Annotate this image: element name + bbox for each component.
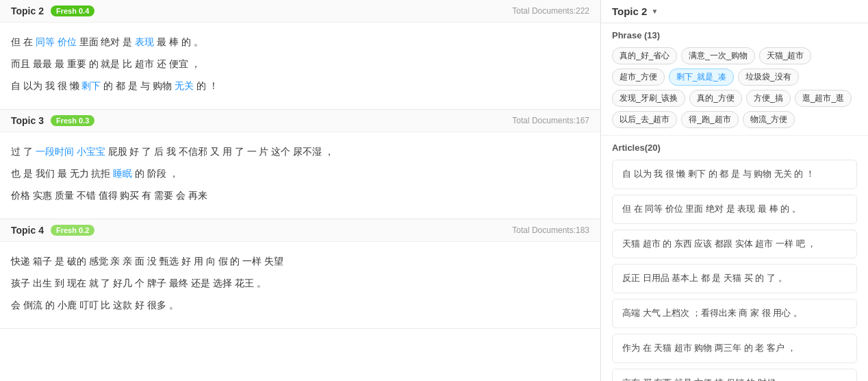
topic-3-highlight-2: 小宝宝: [77, 146, 105, 157]
topic-3-badge: Fresh 0.3: [51, 115, 94, 126]
article-card-3[interactable]: 反正 日用品 基本上 都 是 天猫 买 的 了 。: [612, 264, 857, 293]
article-text-4: 高端 大气 上档次 ；看得出来 商 家 很 用心 。: [622, 308, 802, 318]
article-card-0[interactable]: 自 以为 我 很 懒 剩下 的 都 是 与 购物 无关 的 ！: [612, 160, 857, 189]
phrase-tag-8[interactable]: 方便_搞: [746, 90, 791, 107]
phrase-tag-11[interactable]: 得_跑_超市: [681, 111, 738, 128]
topic-2-docs: Total Documents:222: [512, 6, 589, 16]
topic-2-line-3: 自 以为 我 很 懒 剩下 的 都 是 与 购物 无关 的 ！: [11, 76, 589, 95]
right-panel-header: Topic 2 ▼: [601, 0, 868, 23]
topic-2-title: Topic 2: [11, 5, 44, 16]
article-card-2[interactable]: 天猫 超市 的 东西 应该 都跟 实体 超市 一样 吧 ，: [612, 230, 857, 259]
topic-2-line-2: 而且 最最 最 重要 的 就是 比 超市 还 便宜 ，: [11, 54, 589, 73]
phrase-tag-1[interactable]: 满意_一次_购物: [681, 47, 754, 64]
left-panel: Topic 2 Fresh 0.4 Total Documents:222 但 …: [0, 0, 601, 381]
topic-card-3: Topic 3 Fresh 0.3 Total Documents:167 过 …: [0, 110, 600, 219]
topic-4-line-2: 孩子 出生 到 现在 就 了 好几 个 牌子 最终 还是 选择 花王 。: [11, 273, 589, 293]
topic-3-body: 过 了 一段时间 小宝宝 屁股 好 了 后 我 不信邪 又 用 了 一 片 这个…: [0, 132, 600, 219]
phrase-tag-7[interactable]: 真的_方便: [689, 90, 742, 107]
phrase-tag-12[interactable]: 物流_方便: [743, 111, 795, 128]
topic-4-header-left: Topic 4 Fresh 0.2: [11, 225, 94, 236]
phrase-tags-container: 真的_好_省心 满意_一次_购物 天猫_超市 超市_方便 剩下_就是_凑 垃圾袋…: [612, 47, 857, 128]
topic-card-4: Topic 4 Fresh 0.2 Total Documents:183 快递…: [0, 219, 600, 329]
topic-3-header-left: Topic 3 Fresh 0.3: [11, 115, 94, 126]
topic-4-header: Topic 4 Fresh 0.2 Total Documents:183: [0, 219, 600, 242]
topic-2-highlight-1: 同等 价位: [36, 36, 77, 47]
chevron-down-icon: ▼: [651, 8, 658, 15]
topic-card-2: Topic 2 Fresh 0.4 Total Documents:222 但 …: [0, 0, 600, 110]
topic-4-docs: Total Documents:183: [512, 225, 589, 235]
topic-2-header-left: Topic 2 Fresh 0.4: [11, 5, 94, 16]
phrase-tag-5[interactable]: 垃圾袋_没有: [738, 69, 799, 86]
articles-section: Articles(20) 自 以为 我 很 懒 剩下 的 都 是 与 购物 无关…: [601, 136, 868, 381]
article-text-5: 作为 在 天猫 超市 购物 两三年 的 老 客户 ，: [622, 343, 796, 353]
topic-selector-label: Topic 2: [612, 5, 647, 17]
phrase-tag-3[interactable]: 超市_方便: [612, 69, 665, 86]
phrase-tag-2[interactable]: 天猫_超市: [759, 47, 812, 64]
phrase-tag-0[interactable]: 真的_好_省心: [612, 47, 677, 64]
phrase-section: Phrase (13) 真的_好_省心 满意_一次_购物 天猫_超市 超市_方便…: [601, 23, 868, 136]
topic-2-header: Topic 2 Fresh 0.4 Total Documents:222: [0, 0, 600, 23]
topic-3-highlight-1: 一段时间: [36, 146, 74, 157]
article-card-1[interactable]: 但 在 同等 价位 里面 绝对 是 表现 最 棒 的 。: [612, 195, 857, 224]
article-text-0: 自 以为 我 很 懒 剩下 的 都 是 与 购物 无关 的 ！: [622, 169, 815, 179]
topic-2-body: 但 在 同等 价位 里面 绝对 是 表现 最 棒 的 。 而且 最最 最 重要 …: [0, 23, 600, 109]
phrase-section-title: Phrase (13): [612, 30, 857, 40]
topic-4-line-1: 快递 箱子 是 破的 感觉 亲 亲 面 没 甄选 好 用 向 假 的 一样 失望: [11, 251, 589, 271]
topic-selector[interactable]: Topic 2 ▼: [612, 5, 658, 17]
topic-3-line-1: 过 了 一段时间 小宝宝 屁股 好 了 后 我 不信邪 又 用 了 一 片 这个…: [11, 142, 589, 161]
topic-3-highlight-3: 睡眠: [113, 168, 132, 179]
topic-3-docs: Total Documents:167: [512, 116, 589, 125]
topic-4-line-3: 会 倒流 的 小鹿 叮叮 比 这款 好 很多 。: [11, 295, 589, 315]
article-card-6[interactable]: 京东 买 东西 就是 方便 搞 促销 的 时候 ，: [612, 369, 857, 381]
phrase-tag-9[interactable]: 逛_超市_逛: [795, 90, 852, 107]
topic-4-title: Topic 4: [11, 225, 44, 236]
article-text-6: 京东 买 东西 就是 方便 搞 促销 的 时候 ，: [622, 378, 787, 381]
topic-4-badge: Fresh 0.2: [51, 225, 94, 236]
article-text-1: 但 在 同等 价位 里面 绝对 是 表现 最 棒 的 。: [622, 204, 801, 214]
article-card-4[interactable]: 高端 大气 上档次 ；看得出来 商 家 很 用心 。: [612, 299, 857, 328]
phrase-tag-4[interactable]: 剩下_就是_凑: [669, 69, 734, 86]
article-text-2: 天猫 超市 的 东西 应该 都跟 实体 超市 一样 吧 ，: [622, 238, 816, 249]
topic-3-header: Topic 3 Fresh 0.3 Total Documents:167: [0, 110, 600, 132]
topic-3-line-3: 价格 实惠 质量 不错 值得 购买 有 需要 会 再来: [11, 186, 589, 205]
right-panel: Topic 2 ▼ Phrase (13) 真的_好_省心 满意_一次_购物 天…: [601, 0, 868, 381]
topic-2-line-1: 但 在 同等 价位 里面 绝对 是 表现 最 棒 的 。: [11, 32, 589, 51]
phrase-tag-10[interactable]: 以后_去_超市: [612, 111, 677, 128]
topic-3-title: Topic 3: [11, 115, 44, 126]
topic-2-highlight-3: 剩下: [81, 80, 101, 91]
topic-2-badge: Fresh 0.4: [51, 5, 94, 16]
article-text-3: 反正 日用品 基本上 都 是 天猫 买 的 了 。: [622, 273, 787, 283]
topic-2-highlight-4: 无关: [175, 80, 194, 91]
topic-4-body: 快递 箱子 是 破的 感觉 亲 亲 面 没 甄选 好 用 向 假 的 一样 失望…: [0, 242, 600, 328]
phrase-tag-6[interactable]: 发现_牙刷_该换: [612, 90, 685, 107]
articles-section-title: Articles(20): [612, 143, 857, 153]
topic-3-line-2: 也 是 我们 最 无力 抗拒 睡眠 的 阶段 ，: [11, 164, 589, 183]
topic-2-highlight-2: 表现: [135, 36, 154, 47]
article-card-5[interactable]: 作为 在 天猫 超市 购物 两三年 的 老 客户 ，: [612, 334, 857, 363]
